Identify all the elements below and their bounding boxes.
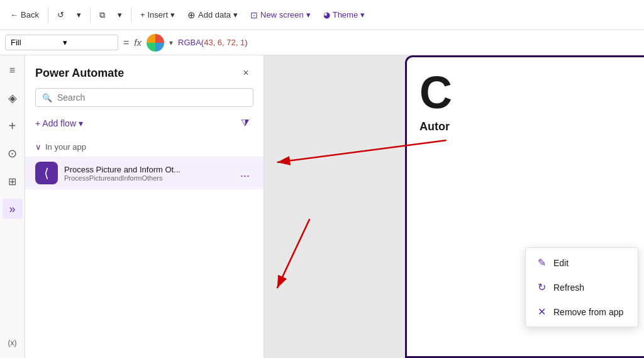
chevron-down-icon-formula[interactable]: ▾ xyxy=(169,38,173,47)
new-screen-icon: ⊡ xyxy=(250,10,258,20)
new-screen-label: New screen xyxy=(260,10,304,20)
variable-button[interactable]: (x) xyxy=(3,333,23,353)
layers-icon: ◈ xyxy=(8,91,17,105)
add-data-button[interactable]: ⊕ Add data ▾ xyxy=(182,7,243,23)
formula-input[interactable]: RGBA(43, 6, 72, 1) xyxy=(178,38,639,47)
flow-subname: ProcessPictureandInformOthers xyxy=(64,174,230,182)
copy-icon: ⧉ xyxy=(99,10,105,20)
divider-3 xyxy=(131,8,131,23)
copy-button[interactable]: ⧉ xyxy=(94,8,110,23)
panel-close-button[interactable]: × xyxy=(238,65,253,81)
canvas-area: C Autor ✎ Edit ↻ Refresh ✕ Remove from a… xyxy=(264,55,644,358)
chevron-down-icon: ▾ xyxy=(77,10,81,20)
add-flow-button[interactable]: + Add flow ▾ xyxy=(35,118,83,128)
undo-icon: ↺ xyxy=(57,10,64,20)
components-button[interactable]: ⊞ xyxy=(3,171,23,191)
section-chevron-icon: ∨ xyxy=(35,142,42,152)
svg-line-3 xyxy=(277,219,310,288)
add-data-icon: ⊕ xyxy=(187,9,196,21)
refresh-label: Refresh xyxy=(553,282,584,293)
app-label: Autor xyxy=(419,120,631,133)
divider-1 xyxy=(48,8,48,23)
flow-icon: ⟨ xyxy=(35,162,58,184)
flow-info: Process Picture and Inform Ot... Process… xyxy=(64,165,230,182)
section-header-in-your-app[interactable]: ∨ In your app xyxy=(25,137,264,157)
filter-button[interactable]: ⧩ xyxy=(236,115,253,132)
left-sidebar: ≡ ◈ + ⊙ ⊞ » (x) xyxy=(0,55,25,358)
power-automate-button[interactable]: » xyxy=(3,199,23,219)
app-content: C Autor xyxy=(407,57,644,146)
add-flow-label: + Add flow xyxy=(35,118,76,128)
refresh-icon: ↻ xyxy=(536,281,547,293)
undo-button[interactable]: ↺ xyxy=(52,8,69,22)
remove-icon: ✕ xyxy=(536,306,547,318)
context-refresh-button[interactable]: ↻ Refresh xyxy=(526,275,638,299)
remove-label: Remove from app xyxy=(553,307,623,317)
insert-sidebar-button[interactable]: + xyxy=(3,116,23,136)
add-data-chevron-icon: ▾ xyxy=(233,10,238,20)
panel-actions: + Add flow ▾ ⧩ xyxy=(25,115,264,137)
database-icon: ⊙ xyxy=(8,147,17,160)
property-selector[interactable]: Fill ▾ xyxy=(5,35,118,50)
flow-name: Process Picture and Inform Ot... xyxy=(64,165,230,174)
context-remove-button[interactable]: ✕ Remove from app xyxy=(526,299,638,324)
copy-chevron-button[interactable]: ▾ xyxy=(113,8,127,22)
plus-icon: + xyxy=(9,119,16,133)
panel-header: Power Automate × xyxy=(25,55,264,86)
theme-icon: ◕ xyxy=(323,10,330,20)
insert-button[interactable]: + Insert ▾ xyxy=(135,8,180,22)
insert-label: Insert xyxy=(148,10,169,20)
insert-chevron-icon: ▾ xyxy=(170,10,175,20)
data-button[interactable]: ⊙ xyxy=(3,143,23,164)
context-menu: ✎ Edit ↻ Refresh ✕ Remove from app xyxy=(525,247,638,327)
fx-icon: fx xyxy=(134,37,142,48)
fill-chevron-icon: ▾ xyxy=(63,38,113,47)
context-edit-button[interactable]: ✎ Edit xyxy=(526,250,638,275)
flow-item[interactable]: ⟨ Process Picture and Inform Ot... Proce… xyxy=(25,157,264,189)
theme-label: Theme xyxy=(333,10,358,20)
section-label: In your app xyxy=(45,142,86,152)
hamburger-menu-button[interactable]: ≡ xyxy=(3,60,23,81)
color-picker-icon[interactable] xyxy=(147,34,164,52)
flow-more-button[interactable]: ... xyxy=(236,165,253,181)
new-screen-button[interactable]: ⊡ New screen ▾ xyxy=(245,8,316,23)
back-button[interactable]: ← Back xyxy=(5,8,44,22)
component-icon: ⊞ xyxy=(8,176,16,187)
add-data-label: Add data xyxy=(198,10,231,20)
formula-bar: Fill ▾ = fx ▾ RGBA(43, 6, 72, 1) xyxy=(0,30,644,55)
new-screen-chevron-icon: ▾ xyxy=(306,10,311,20)
chevron-down-icon-2: ▾ xyxy=(118,10,122,20)
edit-label: Edit xyxy=(553,258,569,268)
toolbar: ← Back ↺ ▾ ⧉ ▾ + Insert ▾ ⊕ Add data ▾ ⊡… xyxy=(0,0,644,30)
divider-2 xyxy=(90,8,91,23)
theme-button[interactable]: ◕ Theme ▾ xyxy=(318,8,370,22)
insert-plus-icon: + xyxy=(140,10,145,20)
back-icon: ← xyxy=(10,10,18,20)
power-automate-panel: Power Automate × 🔍 + Add flow ▾ ⧩ ∨ In y… xyxy=(25,55,264,358)
chevrons-right-icon: » xyxy=(9,203,15,216)
equals-sign: = xyxy=(123,37,129,48)
flow-icon-symbol: ⟨ xyxy=(44,165,49,181)
app-letter: C xyxy=(419,70,631,115)
fill-label: Fill xyxy=(11,38,60,47)
search-input[interactable] xyxy=(57,92,247,103)
undo-chevron-button[interactable]: ▾ xyxy=(72,8,86,22)
add-flow-chevron-icon: ▾ xyxy=(79,118,83,128)
panel-title: Power Automate xyxy=(35,67,124,80)
edit-icon: ✎ xyxy=(536,257,547,269)
theme-chevron-icon: ▾ xyxy=(360,10,365,20)
search-box[interactable]: 🔍 xyxy=(35,88,253,107)
search-icon: 🔍 xyxy=(42,93,52,103)
hamburger-icon: ≡ xyxy=(9,65,15,76)
main-area: ≡ ◈ + ⊙ ⊞ » (x) Power Automate × � xyxy=(0,55,644,358)
variable-icon: (x) xyxy=(8,338,17,347)
layers-button[interactable]: ◈ xyxy=(3,88,23,108)
filter-icon: ⧩ xyxy=(241,118,249,129)
back-label: Back xyxy=(21,10,39,20)
